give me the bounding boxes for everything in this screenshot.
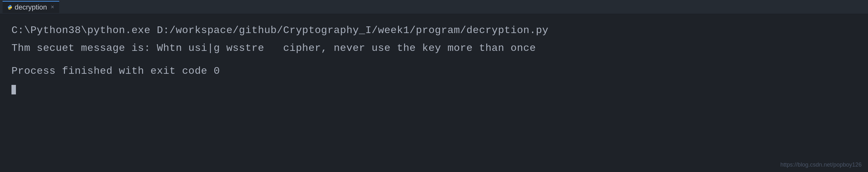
tab-close-icon[interactable]: × bbox=[51, 4, 55, 10]
python-icon bbox=[8, 5, 12, 9]
watermark: https://blog.csdn.net/popboy126 bbox=[780, 162, 862, 168]
command-line: C:\Python38\python.exe D:/workspace/gith… bbox=[11, 23, 857, 38]
tab-label: decryption bbox=[14, 3, 47, 11]
terminal-body: C:\Python38\python.exe D:/workspace/gith… bbox=[0, 14, 868, 172]
process-line: Process finished with exit code 0 bbox=[11, 64, 857, 79]
tab-bar: decryption × bbox=[0, 0, 868, 14]
terminal-cursor bbox=[11, 85, 16, 95]
terminal-window: decryption × C:\Python38\python.exe D:/w… bbox=[0, 0, 868, 172]
cursor-line bbox=[11, 81, 857, 97]
tab-decryption[interactable]: decryption × bbox=[3, 1, 59, 13]
output-line: Thm secuet message is: Whtn usi|g wsstre… bbox=[11, 41, 857, 56]
